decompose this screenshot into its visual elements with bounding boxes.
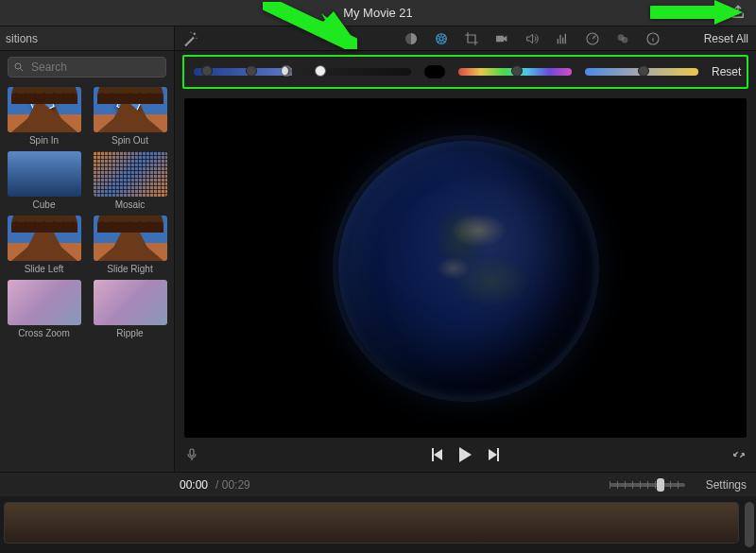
sidebar-tab-transitions[interactable]: sitions — [0, 26, 174, 51]
svg-point-3 — [439, 37, 443, 41]
transition-label: Mosaic — [92, 199, 168, 210]
camera-icon[interactable] — [494, 31, 509, 46]
timeline-clip[interactable] — [4, 502, 739, 544]
svg-point-11 — [621, 37, 627, 43]
svg-rect-8 — [564, 33, 565, 43]
transition-mosaic[interactable]: Mosaic — [92, 151, 168, 210]
timeline[interactable] — [0, 496, 756, 553]
info-icon[interactable] — [645, 31, 661, 46]
preview-frame — [338, 141, 593, 396]
previous-button[interactable] — [432, 448, 442, 461]
timeline-header: 00:00 / 00:29 Settings — [0, 472, 756, 496]
saturation-slider[interactable] — [458, 68, 572, 76]
timecode-current: 00:00 — [180, 478, 208, 492]
reset-all-button[interactable]: Reset All — [704, 32, 748, 45]
transition-spin-in[interactable]: Spin In — [6, 87, 82, 146]
svg-rect-6 — [559, 35, 560, 43]
svg-point-0 — [15, 63, 21, 69]
svg-rect-7 — [562, 37, 563, 43]
exposure-slider[interactable] — [194, 68, 411, 76]
transition-label: Spin Out — [92, 135, 168, 146]
transition-slide-left[interactable]: Slide Left — [6, 216, 82, 274]
transition-label: Spin In — [6, 135, 82, 146]
transitions-grid: Spin In Spin Out Cube Mosaic Slide Left — [0, 83, 174, 472]
magic-wand-icon[interactable] — [182, 30, 199, 47]
video-preview[interactable] — [184, 98, 747, 438]
svg-rect-4 — [496, 35, 504, 42]
transition-label: Cross Zoom — [6, 328, 82, 338]
viewer — [175, 93, 756, 472]
transition-label: Ripple — [92, 328, 168, 338]
temperature-slider[interactable] — [585, 68, 698, 76]
effects-icon[interactable] — [615, 31, 630, 46]
color-balance-icon[interactable] — [404, 31, 419, 46]
transition-spin-out[interactable]: Spin Out — [92, 87, 168, 146]
color-reset-button[interactable]: Reset — [712, 65, 741, 78]
transition-cross-zoom[interactable]: Cross Zoom — [6, 280, 82, 338]
transition-label: Cube — [6, 199, 82, 210]
search-icon — [13, 61, 25, 73]
share-icon[interactable] — [730, 4, 747, 21]
transition-ripple[interactable]: Ripple — [92, 280, 168, 338]
microphone-icon[interactable] — [184, 447, 199, 462]
color-wheel-icon[interactable] — [434, 31, 449, 46]
volume-icon[interactable] — [524, 31, 540, 46]
timeline-zoom[interactable] — [610, 483, 685, 487]
project-title: My Movie 21 — [343, 6, 413, 20]
fullscreen-icon[interactable] — [731, 447, 747, 462]
content-area: Reset All Reset — [175, 26, 756, 472]
timecode-duration: / 00:29 — [215, 478, 250, 492]
next-button[interactable] — [489, 448, 499, 461]
auto-pill[interactable] — [424, 65, 445, 78]
transition-label: Slide Right — [92, 264, 168, 274]
play-button[interactable] — [459, 447, 472, 462]
svg-rect-5 — [557, 39, 558, 43]
inspector-toolbar: Reset All — [175, 26, 756, 51]
crop-icon[interactable] — [464, 31, 479, 46]
search-input[interactable] — [8, 57, 166, 78]
titlebar: My Movie 21 — [0, 0, 756, 26]
equalizer-icon[interactable] — [555, 31, 570, 46]
scrollbar[interactable] — [745, 502, 754, 547]
sidebar-tab-label: sitions — [6, 32, 38, 45]
transition-cube[interactable]: Cube — [6, 151, 82, 210]
transition-label: Slide Left — [6, 264, 82, 274]
transition-slide-right[interactable]: Slide Right — [92, 216, 168, 274]
playback-controls — [184, 438, 747, 472]
svg-rect-13 — [190, 449, 194, 456]
color-correction-bar: Reset — [182, 55, 748, 89]
timeline-settings-button[interactable]: Settings — [706, 478, 747, 492]
sidebar: sitions Spin In Spin Out C — [0, 26, 175, 472]
speed-icon[interactable] — [585, 31, 600, 46]
